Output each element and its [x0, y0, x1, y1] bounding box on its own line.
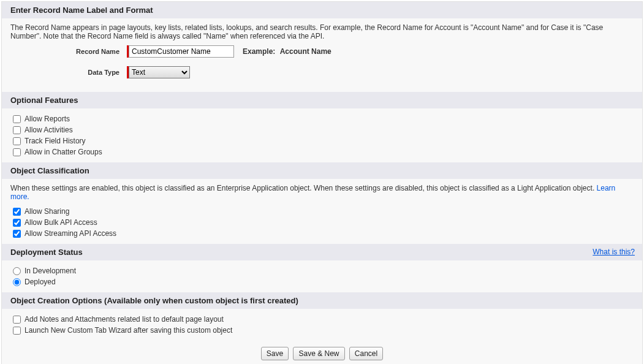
- radio-label: In Development: [25, 267, 76, 275]
- section-object-classification-header: Object Classification: [2, 162, 642, 179]
- section-deployment-status-body: In Development Deployed: [2, 260, 642, 292]
- list-item: Deployed: [10, 276, 634, 287]
- section-title: Object Classification: [10, 166, 89, 175]
- deployed-radio[interactable]: [13, 278, 21, 286]
- launch-tab-wizard-checkbox[interactable]: [13, 327, 21, 335]
- track-field-history-checkbox[interactable]: [13, 137, 21, 145]
- allow-chatter-groups-checkbox[interactable]: [13, 148, 21, 156]
- record-name-label: Record Name: [10, 48, 127, 55]
- list-item: Allow Activities: [10, 124, 634, 135]
- desc-text: When these settings are enabled, this ob…: [10, 184, 597, 192]
- section-object-creation-options-body: Add Notes and Attachments related list t…: [2, 309, 642, 341]
- allow-sharing-checkbox[interactable]: [13, 208, 21, 216]
- section-object-creation-options-header: Object Creation Options (Available only …: [2, 292, 642, 309]
- record-name-description: The Record Name appears in page layouts,…: [10, 23, 634, 40]
- allow-reports-checkbox[interactable]: [13, 115, 21, 123]
- allow-activities-checkbox[interactable]: [13, 126, 21, 134]
- section-object-classification-body: When these settings are enabled, this ob…: [2, 179, 642, 244]
- save-and-new-button[interactable]: Save & New: [293, 347, 344, 360]
- section-title: Enter Record Name Label and Format: [10, 6, 153, 15]
- checkbox-label: Track Field History: [25, 137, 86, 145]
- list-item: Track Field History: [10, 135, 634, 146]
- list-item: Allow Sharing: [10, 206, 634, 217]
- object-classification-description: When these settings are enabled, this ob…: [10, 184, 634, 201]
- section-title: Deployment Status: [10, 248, 83, 257]
- allow-bulk-api-checkbox[interactable]: [13, 219, 21, 227]
- add-notes-attachments-checkbox[interactable]: [13, 316, 21, 324]
- checkbox-label: Launch New Custom Tab Wizard after savin…: [25, 326, 232, 335]
- data-type-label: Data Type: [10, 69, 127, 76]
- section-record-name-body: The Record Name appears in page layouts,…: [2, 18, 642, 92]
- list-item: Allow Reports: [10, 113, 634, 124]
- checkbox-label: Allow Streaming API Access: [25, 229, 116, 238]
- button-bar: Save Save & New Cancel: [2, 341, 642, 364]
- list-item: Allow in Chatter Groups: [10, 146, 634, 157]
- checkbox-label: Allow Sharing: [25, 207, 69, 216]
- example-label: Example:: [243, 47, 275, 56]
- record-name-example: Example: Account Name: [243, 47, 331, 56]
- section-title: Optional Features: [10, 96, 78, 105]
- checkbox-label: Add Notes and Attachments related list t…: [25, 315, 224, 324]
- allow-streaming-api-checkbox[interactable]: [13, 230, 21, 238]
- what-is-this-link[interactable]: What is this?: [593, 248, 635, 256]
- radio-label: Deployed: [25, 278, 56, 286]
- custom-object-form: Enter Record Name Label and Format The R…: [1, 1, 643, 364]
- section-deployment-status-header: Deployment Status What is this?: [2, 244, 642, 260]
- list-item: Allow Bulk API Access: [10, 217, 634, 228]
- checkbox-label: Allow in Chatter Groups: [25, 148, 102, 156]
- checkbox-label: Allow Reports: [25, 115, 70, 123]
- record-name-input[interactable]: [129, 45, 234, 58]
- checkbox-label: Allow Activities: [25, 126, 73, 134]
- list-item: Launch New Custom Tab Wizard after savin…: [10, 325, 634, 336]
- list-item: Allow Streaming API Access: [10, 228, 634, 239]
- section-record-name-header: Enter Record Name Label and Format: [2, 2, 642, 18]
- save-button[interactable]: Save: [261, 347, 289, 360]
- checkbox-label: Allow Bulk API Access: [25, 218, 97, 227]
- list-item: In Development: [10, 265, 634, 276]
- record-name-row: Record Name Example: Account Name: [10, 45, 634, 58]
- section-optional-features-header: Optional Features: [2, 92, 642, 108]
- in-development-radio[interactable]: [13, 267, 21, 275]
- cancel-button[interactable]: Cancel: [349, 347, 383, 360]
- section-title: Object Creation Options (Available only …: [10, 296, 298, 305]
- section-optional-features-body: Allow Reports Allow Activities Track Fie…: [2, 108, 642, 162]
- list-item: Add Notes and Attachments related list t…: [10, 314, 634, 325]
- data-type-select[interactable]: Text: [129, 66, 190, 78]
- data-type-row: Data Type Text: [10, 66, 634, 78]
- example-value: Account Name: [280, 47, 331, 56]
